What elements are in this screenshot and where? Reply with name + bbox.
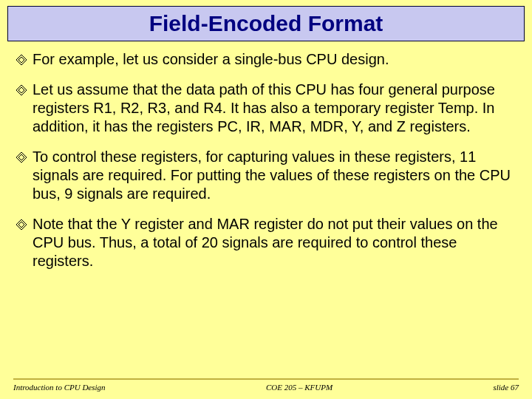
footer: Introduction to CPU Design COE 205 – KFU…: [0, 374, 532, 399]
svg-marker-3: [18, 87, 24, 93]
svg-marker-4: [16, 152, 27, 163]
bullet-text: Note that the Y register and MAR registe…: [33, 215, 516, 270]
svg-marker-6: [16, 219, 27, 230]
footer-right-text: slide 67: [493, 383, 519, 392]
list-item: Let us assume that the data path of this…: [16, 81, 516, 136]
slide-title: Field-Encoded Format: [149, 11, 383, 35]
diamond-bullet-icon: [16, 152, 27, 163]
list-item: For example, let us consider a single-bu…: [16, 50, 516, 69]
svg-marker-2: [16, 85, 27, 95]
diamond-bullet-icon: [16, 219, 27, 230]
footer-left-text: Introduction to CPU Design: [13, 383, 106, 392]
title-bar: Field-Encoded Format: [7, 6, 525, 41]
bullet-text: Let us assume that the data path of this…: [33, 81, 516, 136]
list-item: Note that the Y register and MAR registe…: [16, 215, 516, 270]
svg-marker-0: [16, 55, 27, 65]
footer-row: Introduction to CPU Design COE 205 – KFU…: [13, 383, 519, 392]
footer-center-text: COE 205 – KFUPM: [106, 383, 494, 392]
svg-marker-1: [18, 57, 24, 63]
diamond-bullet-icon: [16, 85, 27, 95]
content-area: For example, let us consider a single-bu…: [0, 41, 532, 270]
list-item: To control these registers, for capturin…: [16, 148, 516, 203]
diamond-bullet-icon: [16, 55, 27, 65]
svg-marker-7: [18, 222, 24, 228]
footer-divider: [13, 378, 519, 380]
bullet-text: To control these registers, for capturin…: [33, 148, 516, 203]
bullet-text: For example, let us consider a single-bu…: [33, 50, 389, 69]
svg-marker-5: [18, 154, 24, 160]
